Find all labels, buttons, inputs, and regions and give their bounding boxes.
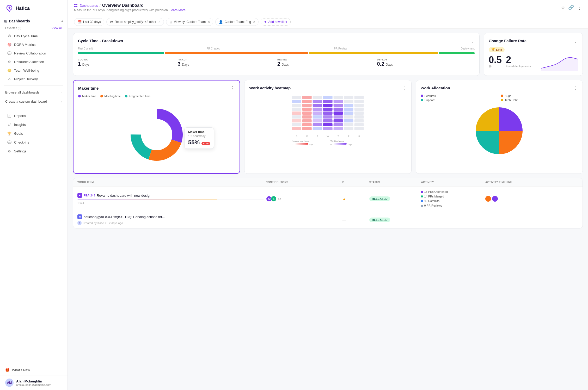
- repo-close-icon[interactable]: ×: [158, 20, 161, 24]
- repo-filter[interactable]: 🗂 Repo: amplify_notify+43 other ×: [106, 18, 164, 26]
- breadcrumb-dashboards-link[interactable]: Dashboards: [74, 4, 98, 8]
- tech-debt-dot: [501, 99, 503, 101]
- cfr-chart: [541, 53, 578, 71]
- sidebar-item-dora-metrics[interactable]: 🎯 DORA Metrics: [2, 40, 65, 49]
- sidebar-item-insights[interactable]: Insights: [2, 120, 65, 129]
- cfr-badge: 🏆 Elite: [489, 47, 505, 52]
- svg-rect-74: [354, 127, 364, 130]
- star-icon[interactable]: ☆: [561, 5, 565, 10]
- app-name: Hatica: [16, 6, 30, 11]
- cfr-menu-icon[interactable]: ⋮: [573, 38, 578, 44]
- sidebar-item-dev-cycle-time[interactable]: ⏱ Dev Cycle Time: [2, 32, 65, 40]
- tl-bar-1: [485, 196, 491, 202]
- user-profile[interactable]: AM Alan Mclaughlin amclaughlin@acmeinc.c…: [0, 375, 68, 390]
- priority-2: —: [342, 218, 367, 222]
- learn-more-link[interactable]: Learn More: [169, 8, 185, 12]
- donut-tooltip: Maker time 1.2 hours/day 55% LOW: [184, 127, 214, 149]
- item-title-2: haticahq/gyro #341 fix(ISS-123): Pending…: [84, 215, 165, 219]
- sidebar-item-checkins[interactable]: 💬 Check-ins: [2, 138, 65, 146]
- add-filter-button[interactable]: ⧩ Add new filter: [261, 18, 291, 26]
- sidebar-item-resource-allocation[interactable]: ⚙ Resource Allocation: [2, 58, 65, 66]
- svg-rect-17: [344, 96, 353, 99]
- cycle-time-menu-icon[interactable]: ⋮: [470, 38, 475, 44]
- svg-rect-71: [323, 127, 333, 130]
- dashboards-collapse-icon[interactable]: ∧: [61, 19, 63, 23]
- svg-rect-42: [313, 112, 322, 115]
- view-by-close-icon[interactable]: ×: [208, 20, 210, 24]
- subtitle: Measure thr ROI of your engineeing org's…: [74, 8, 186, 12]
- tooltip-badge: LOW: [201, 142, 210, 145]
- date-range-filter[interactable]: 📅 Last 30 days: [74, 18, 104, 26]
- table-row-2: TI haticahq/gyro #341 fix(ISS-123): Pend…: [73, 211, 583, 228]
- logo-area: Hatica: [0, 0, 68, 17]
- work-item-id-2: TI haticahq/gyro #341 fix(ISS-123): Pend…: [77, 214, 264, 219]
- col-contributors: CONTRIBUTORS: [266, 181, 340, 184]
- dashboards-section-header[interactable]: ⊞ Dashboards ∧: [0, 17, 68, 25]
- svg-rect-52: [344, 115, 353, 119]
- svg-rect-34: [302, 108, 312, 111]
- tech-debt-label: Tech Debt: [505, 98, 518, 102]
- svg-text:0: 0: [330, 144, 332, 146]
- sidebar-item-team-wellbeing[interactable]: 😊 Team Well-being: [2, 66, 65, 75]
- cfr-header: Change Failure Rate ⋮: [489, 38, 578, 44]
- svg-rect-6: [74, 6, 76, 7]
- user-name: Alan Mclaughlin: [16, 379, 51, 383]
- col-timeline: ACTIVITY TIMELINE: [485, 181, 578, 184]
- status-badge-1: RELEASED: [369, 196, 390, 201]
- svg-rect-88: [334, 143, 347, 145]
- timeline-labels: First Commit PR Created PR Review Deploy…: [78, 47, 475, 50]
- svg-rect-15: [323, 96, 333, 99]
- maker-dot: [78, 95, 81, 97]
- svg-rect-24: [344, 100, 353, 103]
- link-icon[interactable]: 🔗: [568, 5, 574, 10]
- sidebar-item-label: Team Well-being: [14, 69, 39, 72]
- svg-rect-61: [292, 123, 301, 126]
- svg-rect-51: [334, 115, 343, 119]
- more-options-icon[interactable]: ⋮: [577, 5, 582, 10]
- svg-rect-4: [74, 4, 76, 5]
- item-progress-bar-1: [77, 200, 217, 200]
- create-dashboard-nav[interactable]: Create a custom dashboard ›: [0, 97, 68, 106]
- svg-rect-59: [344, 119, 353, 122]
- features-label: Features: [425, 94, 436, 97]
- svg-rect-65: [334, 123, 343, 126]
- view-by-filter[interactable]: ⊞ View by: Custom Team ×: [166, 18, 213, 26]
- grid-icon: ⊞: [4, 19, 7, 23]
- maker-time-menu-icon[interactable]: ⋮: [230, 85, 235, 91]
- maker-time-header: Maker time ⋮: [78, 85, 235, 91]
- sidebar-item-review-collaboration[interactable]: 💬 Review Collaboration: [2, 49, 65, 57]
- sidebar-item-reports[interactable]: Reports: [2, 112, 65, 120]
- work-items-table: WORK ITEM CONTRIBUTORS P STATUS ACTIVITY…: [73, 178, 583, 228]
- sidebar-item-goals[interactable]: 🏆 Goals: [2, 129, 65, 138]
- col-status: STATUS: [369, 181, 419, 184]
- svg-rect-19: [292, 100, 301, 103]
- create-label: Create a custom dashboard: [5, 100, 47, 103]
- sidebar-item-label: Resource Allocation: [14, 60, 44, 64]
- settings-label: Settings: [14, 149, 26, 153]
- priority-up-icon: ▲: [342, 197, 346, 201]
- view-all-link[interactable]: View all: [52, 26, 62, 30]
- legend-maker-label: Maker time: [82, 95, 96, 98]
- sidebar-item-label: Project Delivery: [14, 77, 38, 81]
- custom-team-filter[interactable]: 👤 Custom Team: Eng ×: [215, 18, 259, 26]
- whats-new-nav[interactable]: 🎁 What's New: [0, 365, 68, 375]
- work-allocation-menu-icon[interactable]: ⋮: [573, 85, 578, 91]
- sidebar-item-settings[interactable]: ⚙ Settings: [2, 147, 65, 155]
- svg-rect-54: [292, 119, 301, 122]
- browse-dashboards-nav[interactable]: Browse all dashboards ›: [0, 88, 68, 97]
- heatmap-menu-icon[interactable]: ⋮: [402, 85, 407, 91]
- team-close-icon[interactable]: ×: [253, 20, 255, 24]
- pickup-bar: [165, 52, 308, 54]
- svg-rect-50: [323, 115, 333, 119]
- dashboard-area: Cycle Time - Breakdown ⋮ First Commit PR…: [68, 29, 588, 390]
- work-allocation-card: Work Allocation ⋮ Features Bugs S: [416, 80, 583, 174]
- svg-text:T: T: [317, 135, 318, 138]
- date-range-label: Last 30 days: [83, 20, 101, 24]
- calendar-icon: 📅: [77, 20, 82, 24]
- svg-rect-73: [344, 127, 353, 130]
- work-item-id-1: F FEA-243 Revamp dashboard with new desi…: [77, 193, 264, 198]
- svg-rect-37: [334, 108, 343, 111]
- priority-none-icon: —: [342, 218, 346, 222]
- sidebar-item-project-delivery[interactable]: ⚠ Project Delivery: [2, 75, 65, 83]
- svg-rect-70: [313, 127, 322, 130]
